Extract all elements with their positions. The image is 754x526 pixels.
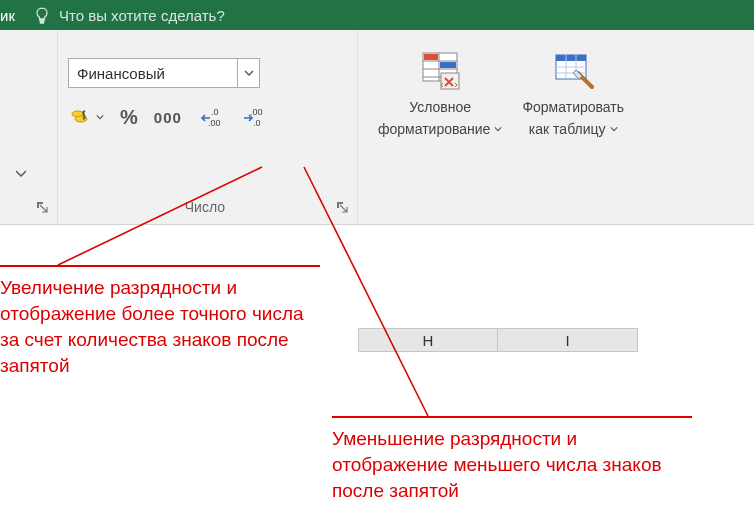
- comma-style-button[interactable]: 000: [148, 102, 188, 132]
- dialog-launcher-icon[interactable]: [35, 200, 49, 214]
- format-as-table-button[interactable]: Форматировать как таблицу: [512, 40, 634, 140]
- annotation-increase: Увеличение разрядности и отображение бол…: [0, 265, 320, 379]
- percent-style-button[interactable]: %: [114, 102, 144, 132]
- column-header-h[interactable]: H: [358, 328, 498, 352]
- accounting-format-button[interactable]: [64, 102, 110, 132]
- wrap-text-dropdown[interactable]: [6, 158, 36, 188]
- annotation-decrease: Уменьшение разрядности и отображение мен…: [332, 416, 692, 504]
- decrease-decimal-button[interactable]: .00 .0: [234, 102, 272, 132]
- svg-text:.0: .0: [211, 107, 219, 117]
- chevron-down-icon: [237, 59, 259, 87]
- svg-text:.0: .0: [253, 118, 261, 128]
- lightbulb-icon: [33, 6, 51, 24]
- chevron-down-icon: [610, 125, 618, 133]
- number-format-value: Финансовый: [69, 65, 165, 82]
- column-header-i[interactable]: I: [498, 328, 638, 352]
- tell-me-text[interactable]: Что вы хотите сделать?: [59, 7, 225, 24]
- number-group-label: Число: [185, 199, 225, 215]
- svg-text:.00: .00: [208, 118, 221, 128]
- format-as-table-icon: [552, 46, 594, 94]
- chevron-down-icon: [494, 125, 502, 133]
- ribbon: Финансовый % 000: [0, 30, 754, 225]
- conditional-formatting-icon: [419, 46, 461, 94]
- svg-rect-15: [556, 55, 586, 61]
- title-bar: ик Что вы хотите сделать?: [0, 0, 754, 30]
- svg-rect-12: [440, 62, 456, 68]
- ribbon-tab-fragment: ик: [0, 7, 23, 24]
- number-format-dropdown[interactable]: Финансовый: [68, 58, 260, 88]
- svg-rect-11: [424, 54, 438, 60]
- dialog-launcher-icon[interactable]: [335, 200, 349, 214]
- svg-text:.00: .00: [250, 107, 263, 117]
- increase-decimal-button[interactable]: .0 .00: [192, 102, 230, 132]
- column-headers: H I: [358, 328, 638, 352]
- conditional-formatting-button[interactable]: Условное форматирование: [368, 40, 512, 140]
